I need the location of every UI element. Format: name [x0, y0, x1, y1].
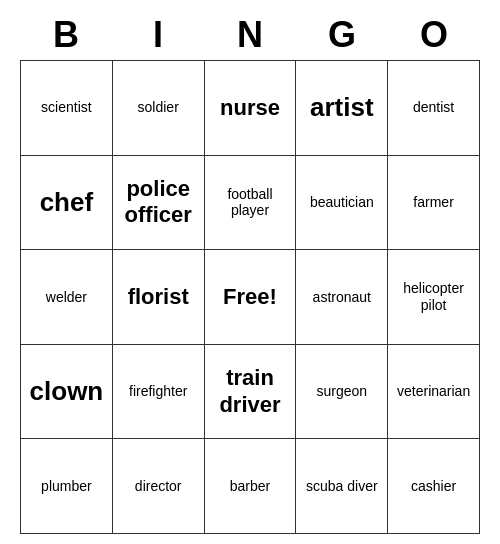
grid-cell-4-1: director — [113, 439, 205, 534]
cell-text: nurse — [220, 95, 280, 121]
grid-cell-4-3: scuba diver — [296, 439, 388, 534]
grid-cell-4-4: cashier — [388, 439, 480, 534]
header-letter: O — [388, 10, 480, 60]
header-letter: B — [20, 10, 112, 60]
cell-text: florist — [128, 284, 189, 310]
grid-cell-0-2: nurse — [205, 61, 297, 156]
cell-text: barber — [230, 478, 270, 495]
grid-cell-2-2: Free! — [205, 250, 297, 345]
grid-cell-1-1: police officer — [113, 156, 205, 251]
cell-text: soldier — [138, 99, 179, 116]
bingo-grid: scientistsoldiernurseartistdentistchefpo… — [20, 60, 480, 534]
grid-cell-1-0: chef — [21, 156, 113, 251]
cell-text: scientist — [41, 99, 92, 116]
grid-cell-2-0: welder — [21, 250, 113, 345]
grid-cell-2-4: helicopter pilot — [388, 250, 480, 345]
cell-text: helicopter pilot — [391, 280, 476, 314]
grid-cell-1-2: football player — [205, 156, 297, 251]
grid-cell-3-0: clown — [21, 345, 113, 440]
cell-text: cashier — [411, 478, 456, 495]
grid-cell-4-2: barber — [205, 439, 297, 534]
grid-cell-0-0: scientist — [21, 61, 113, 156]
cell-text: scuba diver — [306, 478, 378, 495]
grid-cell-3-3: surgeon — [296, 345, 388, 440]
cell-text: plumber — [41, 478, 92, 495]
cell-text: chef — [40, 187, 93, 218]
cell-text: astronaut — [313, 289, 371, 306]
header-letter: N — [204, 10, 296, 60]
cell-text: artist — [310, 92, 374, 123]
grid-cell-3-1: firefighter — [113, 345, 205, 440]
grid-cell-0-4: dentist — [388, 61, 480, 156]
grid-cell-2-1: florist — [113, 250, 205, 345]
cell-text: dentist — [413, 99, 454, 116]
cell-text: welder — [46, 289, 87, 306]
cell-text: veterinarian — [397, 383, 470, 400]
cell-text: clown — [30, 376, 104, 407]
cell-text: surgeon — [316, 383, 367, 400]
grid-cell-0-3: artist — [296, 61, 388, 156]
cell-text: football player — [208, 186, 293, 220]
cell-text: beautician — [310, 194, 374, 211]
cell-text: director — [135, 478, 182, 495]
cell-text: train driver — [208, 365, 293, 418]
grid-cell-1-4: farmer — [388, 156, 480, 251]
bingo-header: BINGO — [20, 10, 480, 60]
header-letter: G — [296, 10, 388, 60]
cell-text: firefighter — [129, 383, 187, 400]
cell-text: farmer — [413, 194, 453, 211]
grid-cell-0-1: soldier — [113, 61, 205, 156]
grid-cell-4-0: plumber — [21, 439, 113, 534]
header-letter: I — [112, 10, 204, 60]
grid-cell-2-3: astronaut — [296, 250, 388, 345]
cell-text: Free! — [223, 284, 277, 310]
grid-cell-3-4: veterinarian — [388, 345, 480, 440]
grid-cell-3-2: train driver — [205, 345, 297, 440]
grid-cell-1-3: beautician — [296, 156, 388, 251]
cell-text: police officer — [116, 176, 201, 229]
